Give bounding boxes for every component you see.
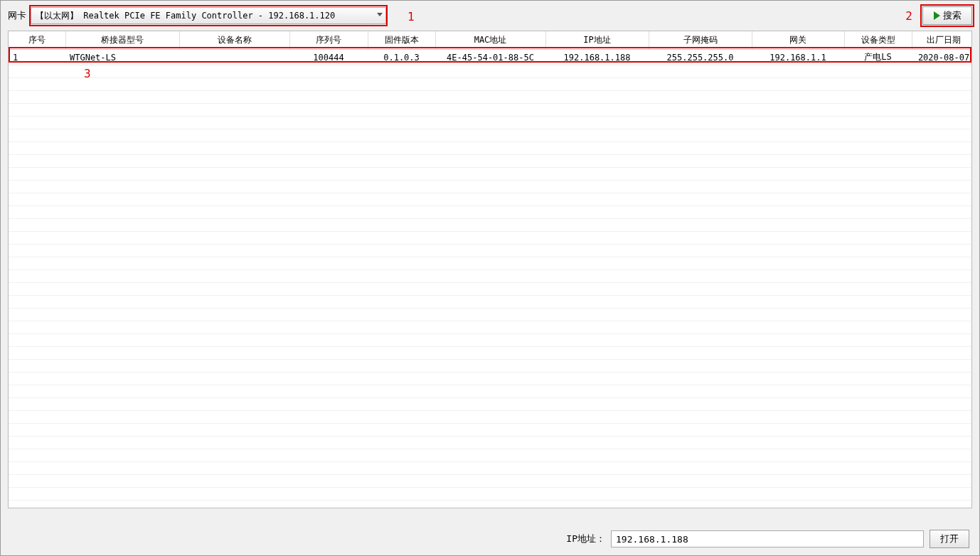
cell-ip: 192.168.1.188 (545, 50, 649, 65)
col-serial[interactable]: 序列号 (289, 31, 368, 50)
col-gateway[interactable]: 网关 (752, 31, 844, 50)
table-row (9, 91, 972, 104)
table-row (9, 475, 972, 488)
table-row (9, 168, 972, 181)
table-row (9, 193, 972, 206)
table-row (9, 270, 972, 283)
table-row (9, 296, 972, 309)
top-bar: 网卡 【以太网】 Realtek PCIe FE Family Controll… (1, 1, 979, 31)
table-row (9, 232, 972, 245)
col-index[interactable]: 序号 (9, 31, 65, 50)
table-row (9, 347, 972, 360)
device-table-container: 序号 桥接器型号 设备名称 序列号 固件版本 MAC地址 IP地址 子网掩码 网… (8, 31, 972, 508)
table-row (9, 373, 972, 385)
cell-device-name (179, 50, 289, 65)
table-row (9, 181, 972, 193)
table-row (9, 411, 972, 424)
table-row (9, 334, 972, 347)
cell-firmware: 0.1.0.3 (368, 50, 435, 65)
table-header-row: 序号 桥接器型号 设备名称 序列号 固件版本 MAC地址 IP地址 子网掩码 网… (9, 31, 972, 50)
table-row (9, 309, 972, 321)
col-mask[interactable]: 子网掩码 (649, 31, 752, 50)
ip-label: IP地址： (566, 533, 605, 545)
col-device-name[interactable]: 设备名称 (179, 31, 289, 50)
cell-date: 2020-08-07 (912, 50, 972, 65)
table-row (9, 360, 972, 373)
table-row (9, 424, 972, 437)
device-table: 序号 桥接器型号 设备名称 序列号 固件版本 MAC地址 IP地址 子网掩码 网… (9, 31, 972, 501)
table-row (9, 398, 972, 411)
col-date[interactable]: 出厂日期 (912, 31, 972, 50)
col-model[interactable]: 桥接器型号 (65, 31, 179, 50)
bottom-bar: IP地址： 打开 (566, 530, 969, 548)
table-row (9, 104, 972, 117)
annotation-label-2: 2 (905, 9, 912, 23)
table-row (9, 78, 972, 91)
chevron-down-icon (377, 13, 383, 16)
annotation-label-1: 1 (408, 10, 415, 23)
table-row (9, 206, 972, 219)
cell-mask: 255.255.255.0 (649, 50, 752, 65)
cell-type: 产电LS (844, 50, 912, 65)
play-icon (934, 11, 940, 20)
open-button[interactable]: 打开 (930, 530, 969, 548)
table-row (9, 129, 972, 142)
cell-gateway: 192.168.1.1 (752, 50, 844, 65)
col-mac[interactable]: MAC地址 (435, 31, 545, 50)
table-row (9, 65, 972, 78)
nic-dropdown-value: 【以太网】 Realtek PCIe FE Family Controller … (36, 10, 335, 22)
table-row (9, 245, 972, 257)
ip-address-input[interactable] (611, 530, 924, 547)
table-row (9, 257, 972, 270)
table-row (9, 385, 972, 398)
search-button-label: 搜索 (943, 9, 962, 22)
table-row (9, 283, 972, 296)
table-row (9, 437, 972, 449)
cell-model: WTGNet-LS (65, 50, 179, 65)
cell-index: 1 (9, 50, 65, 65)
app-window: 网卡 【以太网】 Realtek PCIe FE Family Controll… (0, 0, 980, 556)
table-row (9, 321, 972, 334)
cell-serial: 100444 (289, 50, 368, 65)
search-button[interactable]: 搜索 (922, 6, 972, 25)
table-row (9, 488, 972, 501)
table-row[interactable]: 1 WTGNet-LS 100444 0.1.0.3 4E-45-54-01-8… (9, 50, 972, 65)
table-row (9, 142, 972, 155)
nic-label: 网卡 (8, 9, 26, 22)
table-row (9, 462, 972, 475)
col-firmware[interactable]: 固件版本 (368, 31, 435, 50)
col-ip[interactable]: IP地址 (545, 31, 649, 50)
table-row (9, 219, 972, 232)
nic-dropdown[interactable]: 【以太网】 Realtek PCIe FE Family Controller … (31, 7, 386, 24)
table-row (9, 449, 972, 462)
table-row (9, 117, 972, 129)
table-row (9, 155, 972, 168)
cell-mac: 4E-45-54-01-88-5C (435, 50, 545, 65)
col-type[interactable]: 设备类型 (844, 31, 912, 50)
